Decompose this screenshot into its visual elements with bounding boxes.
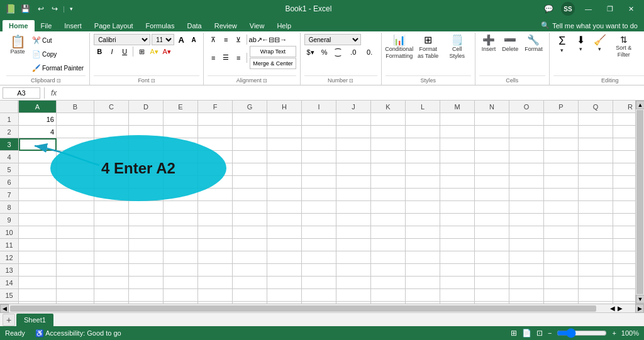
h-scroll-thumb[interactable] — [10, 305, 596, 312]
cell-M15[interactable] — [440, 289, 475, 302]
cell-G1[interactable] — [233, 113, 267, 126]
cell-A8[interactable] — [19, 201, 57, 214]
cell-M16[interactable] — [440, 302, 475, 304]
cell-O11[interactable] — [509, 239, 544, 251]
page-break-view-button[interactable]: ⊡ — [536, 329, 543, 337]
delete-button[interactable]: ➖ Delete — [499, 34, 521, 54]
cell-G14[interactable] — [233, 277, 267, 289]
cell-M7[interactable] — [440, 189, 475, 201]
cut-button[interactable]: ✂️ Cut — [30, 34, 86, 47]
cell-J12[interactable] — [336, 251, 371, 264]
cell-D15[interactable] — [129, 289, 164, 302]
cell-M10[interactable] — [440, 226, 475, 239]
cell-M3[interactable] — [440, 138, 475, 151]
cell-D16[interactable] — [129, 302, 164, 304]
cell-I5[interactable] — [302, 163, 336, 176]
cell-K8[interactable] — [371, 201, 406, 214]
horizontal-scrollbar[interactable]: ◀ ◀▶ ▶ — [0, 304, 644, 312]
format-as-table-button[interactable]: ⊞ Format as Table — [414, 34, 442, 61]
cell-I7[interactable] — [302, 189, 336, 201]
cell-J8[interactable] — [336, 201, 371, 214]
autosum-button[interactable]: Σ ▾ — [553, 34, 571, 55]
cell-K14[interactable] — [371, 277, 406, 289]
cell-B8[interactable] — [57, 201, 94, 214]
cell-R2[interactable] — [613, 126, 635, 138]
merge-center-button[interactable]: Merge & Center — [250, 58, 296, 69]
cell-styles-button[interactable]: 🗒️ Cell Styles — [443, 34, 471, 61]
clear-button[interactable]: 🧹 ▾ — [591, 34, 609, 54]
close-button[interactable]: ✕ — [623, 4, 639, 14]
cell-Q9[interactable] — [579, 214, 613, 226]
cell-K10[interactable] — [371, 226, 406, 239]
cell-A7[interactable] — [19, 189, 57, 201]
tab-home[interactable]: Home — [3, 20, 35, 31]
cell-K9[interactable] — [371, 214, 406, 226]
conditional-formatting-button[interactable]: 📊 Conditional Formatting — [386, 34, 413, 61]
cell-F7[interactable] — [198, 189, 233, 201]
cell-N12[interactable] — [475, 251, 509, 264]
cell-C12[interactable] — [94, 251, 129, 264]
cell-E11[interactable] — [164, 239, 198, 251]
cell-L9[interactable] — [406, 214, 440, 226]
cell-P13[interactable] — [544, 264, 579, 277]
italic-button[interactable]: I — [106, 46, 118, 57]
cell-K5[interactable] — [371, 163, 406, 176]
cell-R9[interactable] — [613, 214, 635, 226]
cells-label[interactable]: Cells — [479, 75, 545, 84]
cell-M5[interactable] — [440, 163, 475, 176]
cell-A6[interactable] — [19, 176, 57, 189]
cell-R13[interactable] — [613, 264, 635, 277]
cell-G7[interactable] — [233, 189, 267, 201]
cell-F1[interactable] — [198, 113, 233, 126]
cell-K6[interactable] — [371, 176, 406, 189]
cell-G9[interactable] — [233, 214, 267, 226]
cell-E14[interactable] — [164, 277, 198, 289]
cell-I14[interactable] — [302, 277, 336, 289]
editing-label[interactable]: Editing — [553, 75, 644, 84]
cell-R6[interactable] — [613, 176, 635, 189]
sheet-tab-1[interactable]: Sheet1 — [16, 314, 53, 326]
cell-R8[interactable] — [613, 201, 635, 214]
formula-input[interactable] — [62, 87, 641, 99]
cell-I13[interactable] — [302, 264, 336, 277]
cell-O16[interactable] — [509, 302, 544, 304]
cell-G15[interactable] — [233, 289, 267, 302]
cell-E12[interactable] — [164, 251, 198, 264]
cell-O6[interactable] — [509, 176, 544, 189]
copy-button[interactable]: 📄 Copy — [30, 48, 86, 60]
fill-color-button[interactable]: A▾ — [148, 46, 160, 57]
cell-I3[interactable] — [302, 138, 336, 151]
cell-D11[interactable] — [129, 239, 164, 251]
cell-D12[interactable] — [129, 251, 164, 264]
cell-M4[interactable] — [440, 151, 475, 163]
customize-qat-button[interactable]: ▾ — [67, 4, 75, 13]
cell-I1[interactable] — [302, 113, 336, 126]
increase-font-button[interactable]: A — [175, 34, 187, 45]
cell-J4[interactable] — [336, 151, 371, 163]
cell-M12[interactable] — [440, 251, 475, 264]
scroll-right-button[interactable]: ▶ — [635, 304, 644, 313]
cell-O10[interactable] — [509, 226, 544, 239]
cell-N16[interactable] — [475, 302, 509, 304]
cell-Q4[interactable] — [579, 151, 613, 163]
cell-Q2[interactable] — [579, 126, 613, 138]
tab-view[interactable]: View — [243, 20, 271, 31]
cell-K11[interactable] — [371, 239, 406, 251]
cell-J16[interactable] — [336, 302, 371, 304]
cell-P16[interactable] — [544, 302, 579, 304]
decrease-font-button[interactable]: A — [188, 34, 199, 45]
undo-button[interactable]: ↩ — [35, 3, 47, 14]
cell-C16[interactable] — [94, 302, 129, 304]
font-size-select[interactable]: 11 — [152, 34, 174, 45]
cell-B1[interactable] — [57, 113, 94, 126]
comma-button[interactable]: ⁐ — [332, 47, 345, 58]
cell-D13[interactable] — [129, 264, 164, 277]
number-format-select[interactable]: General — [304, 34, 361, 45]
cell-E15[interactable] — [164, 289, 198, 302]
cell-I11[interactable] — [302, 239, 336, 251]
cell-J2[interactable] — [336, 126, 371, 138]
font-name-select[interactable]: Calibri — [94, 34, 150, 45]
cell-Q14[interactable] — [579, 277, 613, 289]
cell-J1[interactable] — [336, 113, 371, 126]
cell-D9[interactable] — [129, 214, 164, 226]
